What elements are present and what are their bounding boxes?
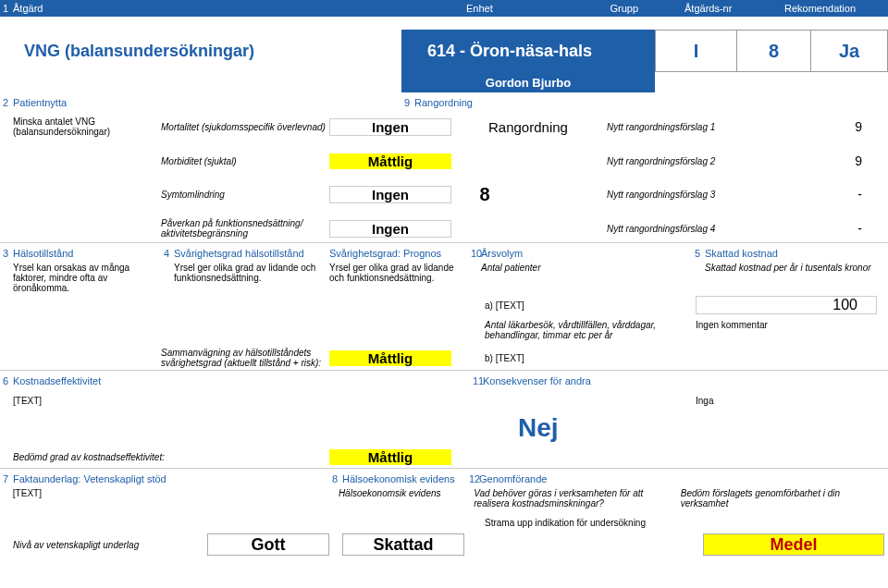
rang-1-label: Nytt rangordningsförslag 2: [607, 156, 762, 166]
rang-0-val: 9: [762, 119, 873, 134]
s9-head: Rangordning: [414, 97, 473, 108]
s12-num: 12: [466, 473, 479, 484]
metric-2-val: Ingen: [329, 186, 451, 203]
s12-q: Vad behöver göras i verksamheten för att…: [474, 488, 680, 508]
s12-a: Strama upp indikation för undersökning: [485, 518, 646, 528]
header-row: 1 Åtgärd Enhet Grupp Åtgärds-nr Rekomend…: [0, 0, 888, 17]
s4-sum-val: Måttlig: [329, 350, 451, 366]
s10-sub: Antal patienter: [481, 263, 692, 273]
s7-head: Faktaunderlag: Vetenskapligt stöd: [13, 473, 329, 484]
s12-bed-label: Bedöm förslagets genomförbarhet i din ve…: [681, 488, 888, 508]
hdr-nr: Åtgärds-nr: [684, 3, 784, 14]
rec-value: Ja: [810, 30, 888, 72]
s8-sub: Hälsoekonomsik evidens: [339, 488, 462, 498]
rang-2-val: -: [762, 187, 873, 202]
row-a100: a) [TEXT] 100: [0, 290, 888, 320]
rang-1-val: 9: [762, 153, 873, 168]
hdr-enhet: Enhet: [401, 3, 557, 14]
s9-num: 9: [401, 97, 414, 108]
metric-row-2: Morbiditet (sjuktal) Måttlig Nytt rangor…: [0, 148, 888, 174]
metric-1-label: Morbiditet (sjuktal): [161, 156, 329, 166]
s2-num: 2: [0, 97, 13, 108]
s7-num: 7: [0, 473, 13, 484]
hdr-atgard: Åtgärd: [13, 3, 401, 14]
s5-sub: Skattad kostnad per år i tusentals krono…: [705, 263, 871, 273]
title-row: VNG (balansundersökningar) 614 - Öron-nä…: [0, 30, 888, 72]
s10-num: 10: [468, 248, 481, 259]
s6-bed-label: Bedömd grad av kostnadseffektivitet:: [13, 452, 329, 462]
s8-head: Hälsoekonomisk evidens: [342, 473, 466, 484]
s4-sum-label: Sammanvägning av hälsotillståndets svåri…: [161, 348, 329, 368]
row-bottom: Nivå av vetenskapligt underlag Gott Skat…: [0, 533, 888, 557]
s8-num: 8: [329, 473, 342, 484]
s3-head: Hälsotillstånd: [13, 248, 161, 259]
metric-3-val: Ingen: [329, 220, 451, 238]
row-s6text: [TEXT] Inga: [0, 390, 888, 410]
s6-head: Kostnadseffektivitet: [13, 375, 470, 386]
gott-val: Gott: [207, 533, 329, 556]
title: VNG (balansundersökningar): [24, 42, 254, 61]
metric-row-3: Symtomlindring Ingen 8 Nytt rangordnings…: [0, 181, 888, 207]
s2-head: Patientnytta: [13, 97, 401, 108]
row-3-4-10-5-text: Yrsel kan orsakas av många faktorer, min…: [0, 263, 888, 290]
metric-row-4: Påverkan på funktionsnedsättning/ aktivi…: [0, 214, 888, 242]
s3-text: Yrsel kan orsakas av många faktorer, min…: [13, 263, 161, 293]
enhet-value: 614 - Öron-näsa-hals: [401, 30, 655, 72]
s7-niva-label: Nivå av vetenskapligt underlag: [13, 540, 207, 550]
rang-2-label: Nytt rangordningsförslag 3: [607, 190, 762, 200]
s10-head: Årsvolym: [481, 248, 692, 259]
medel-val: Medel: [703, 533, 884, 556]
s6-bed-val: Måttlig: [329, 449, 451, 465]
rang-big: 8: [451, 184, 518, 205]
s5-comm: Ingen kommentar: [696, 320, 768, 330]
s4-num: 4: [161, 248, 174, 259]
s2-text: Minska antalet VNG (balansundersökningar…: [13, 116, 161, 137]
metric-1-val: Måttlig: [329, 153, 451, 169]
s10-a-val: 100: [696, 296, 877, 314]
hdr-rec: Rekomendation: [784, 3, 888, 14]
nr-value: 8: [736, 30, 810, 72]
prognos-text: Yrsel ger olika grad av lidande och funk…: [329, 263, 468, 283]
s6-num: 6: [0, 375, 13, 386]
s4-text: Yrsel ger olika grad av lidande och funk…: [174, 263, 329, 283]
row-bedkost: Bedömd grad av kostnadseffektivitet: Måt…: [0, 446, 888, 468]
author: Gordon Bjurbo: [401, 72, 655, 92]
s12-head: Genomförande: [479, 473, 547, 484]
rang-3-val: -: [762, 221, 873, 236]
row-samman: Sammanvägning av hälsotillståndets svåri…: [0, 346, 888, 370]
row-s2-s9-head: 2 Patientnytta 9 Rangordning: [0, 92, 888, 113]
hdr-num: 1: [0, 3, 13, 14]
metric-0-label: Mortalitet (sjukdomsspecifik överlevnad): [161, 122, 329, 132]
s10-b-label: b) [TEXT]: [485, 353, 696, 363]
s5-head: Skattad kostnad: [705, 248, 778, 259]
row-7-8-12-text: [TEXT] Hälsoekonomsik evidens Vad behöve…: [0, 488, 888, 512]
s11-num: 11: [470, 375, 483, 386]
metric-row-1: Minska antalet VNG (balansundersökningar…: [0, 113, 888, 141]
s3-num: 3: [0, 248, 13, 259]
rang-0-label: Nytt rangordningsförslag 1: [607, 122, 762, 132]
skattad-val: Skattad: [342, 533, 464, 556]
row-3-4-10-5: 3 Hälsotillstånd 4 Svårighetsgrad hälsot…: [0, 242, 888, 263]
s10-visits: Antal läkarbesök, vårdtillfällen, vårdda…: [485, 320, 696, 340]
s11-head: Konsekvenser för andra: [483, 375, 591, 386]
row-7-8-12: 7 Faktaunderlag: Vetenskapligt stöd 8 Hä…: [0, 468, 888, 488]
row-visits: Antal läkarbesök, vårdtillfällen, vårdda…: [0, 320, 888, 346]
prognos-head: Svårighetsgrad: Prognos: [329, 248, 468, 259]
grupp-value: I: [655, 30, 736, 72]
hdr-grupp: Grupp: [557, 3, 684, 14]
s5-num: 5: [692, 248, 705, 259]
metric-2-label: Symtomlindring: [161, 190, 329, 200]
s10-a-label: a) [TEXT]: [485, 300, 696, 311]
metric-3-label: Påverkan på funktionsnedsättning/ aktivi…: [161, 218, 329, 239]
row-6-11: 6 Kostnadseffektivitet 11 Konsekvenser f…: [0, 370, 888, 390]
s6-text: [TEXT]: [13, 396, 470, 406]
s11-val: Nej: [518, 413, 559, 443]
rang-3-label: Nytt rangordningsförslag 4: [607, 224, 762, 234]
rang-title: Rangordning: [488, 119, 607, 135]
s11-inga: Inga: [696, 396, 713, 406]
s7-text: [TEXT]: [13, 488, 326, 498]
author-row: Gordon Bjurbo: [0, 72, 888, 92]
row-strama: Strama upp indikation för undersökning: [0, 512, 888, 533]
row-nej: Nej: [0, 410, 888, 446]
metric-0-val: Ingen: [329, 118, 451, 136]
